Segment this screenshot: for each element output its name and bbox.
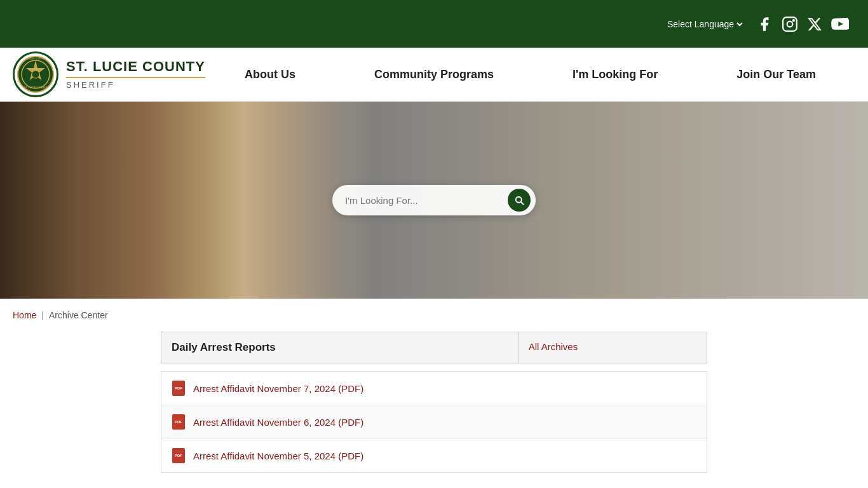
breadcrumb: Home | Archive Center — [0, 299, 868, 332]
logo-subtitle: SHERIFF — [66, 77, 205, 90]
language-selector[interactable]: Select Language English Spanish French P… — [665, 18, 745, 30]
pdf-icon-shape — [172, 381, 185, 396]
document-list: Arrest Affidavit November 7, 2024 (PDF) … — [161, 371, 707, 473]
doc-nov6[interactable]: Arrest Affidavit November 6, 2024 (PDF) — [193, 417, 363, 428]
language-dropdown[interactable]: Select Language English Spanish French P… — [665, 18, 745, 30]
logo-text: ST. LUCIE COUNTY SHERIFF — [66, 59, 205, 89]
search-input[interactable] — [345, 195, 508, 206]
svg-point-2 — [793, 19, 794, 20]
all-archives-link[interactable]: All Archives — [529, 341, 578, 352]
sheriff-badge: ST. LUCIE COUNTY SHERIFF'S OFFICE — [13, 51, 58, 97]
breadcrumb-separator: | — [41, 310, 44, 320]
facebook-icon[interactable] — [756, 16, 773, 32]
pdf-icon — [172, 448, 186, 463]
svg-rect-0 — [783, 17, 797, 31]
social-icons-group — [756, 16, 849, 32]
archive-header: Daily Arrest Reports All Archives — [161, 332, 707, 363]
x-twitter-icon[interactable] — [807, 17, 822, 32]
archive-link-cell: All Archives — [519, 332, 707, 363]
main-nav: About Us Community Programs I'm Looking … — [205, 63, 855, 86]
search-bar — [332, 185, 536, 215]
pdf-icon — [172, 414, 186, 430]
top-bar: Select Language English Spanish French P… — [0, 0, 868, 48]
svg-point-6 — [32, 71, 39, 78]
youtube-icon[interactable] — [831, 18, 849, 30]
logo-title: ST. LUCIE COUNTY — [66, 59, 205, 74]
site-header: ST. LUCIE COUNTY SHERIFF'S OFFICE ST. LU… — [0, 48, 868, 102]
nav-looking[interactable]: I'm Looking For — [566, 63, 664, 86]
breadcrumb-current: Archive Center — [49, 310, 108, 320]
list-item: Arrest Affidavit November 7, 2024 (PDF) — [161, 372, 707, 405]
hero-section — [0, 102, 868, 299]
pdf-icon-shape — [172, 414, 185, 430]
breadcrumb-home[interactable]: Home — [13, 310, 36, 320]
pdf-icon-shape — [172, 448, 185, 463]
instagram-icon[interactable] — [782, 16, 798, 32]
nav-community[interactable]: Community Programs — [368, 63, 500, 86]
main-content: Daily Arrest Reports All Archives Arrest… — [148, 332, 720, 488]
search-button[interactable] — [508, 189, 531, 212]
nav-join[interactable]: Join Our Team — [730, 63, 822, 86]
list-item: Arrest Affidavit November 6, 2024 (PDF) — [161, 405, 707, 439]
doc-nov7[interactable]: Arrest Affidavit November 7, 2024 (PDF) — [193, 383, 363, 394]
logo-area[interactable]: ST. LUCIE COUNTY SHERIFF'S OFFICE ST. LU… — [13, 51, 205, 97]
svg-text:ST. LUCIE COUNTY: ST. LUCIE COUNTY — [24, 86, 48, 89]
archive-title: Daily Arrest Reports — [161, 332, 519, 363]
pdf-icon — [172, 381, 186, 396]
nav-about[interactable]: About Us — [238, 63, 302, 86]
svg-text:SHERIFF'S OFFICE: SHERIFF'S OFFICE — [25, 58, 46, 60]
list-item: Arrest Affidavit November 5, 2024 (PDF) — [161, 439, 707, 472]
doc-nov5[interactable]: Arrest Affidavit November 5, 2024 (PDF) — [193, 451, 363, 461]
svg-point-1 — [787, 21, 793, 27]
